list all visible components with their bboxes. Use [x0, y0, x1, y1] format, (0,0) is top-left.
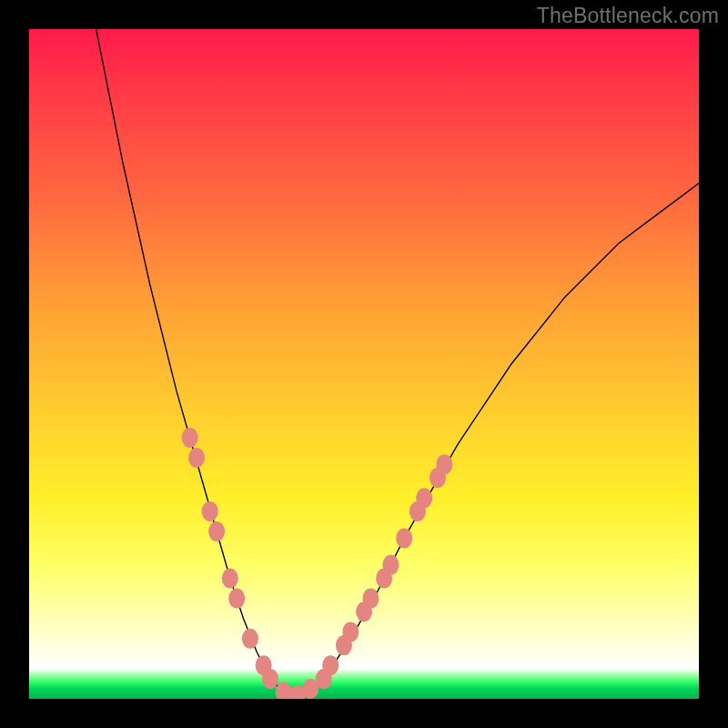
curve-dot: [382, 555, 399, 575]
curve-dot: [322, 655, 339, 675]
curve-dot: [208, 521, 225, 541]
curve-dot: [182, 428, 198, 448]
curve-dot: [262, 669, 278, 689]
plot-area: [29, 29, 699, 699]
curve-dot: [362, 589, 379, 609]
curve-dot: [436, 454, 452, 474]
curve-dot: [396, 528, 412, 548]
chart-frame: TheBottleneck.com: [0, 0, 728, 728]
curve-dot: [188, 448, 205, 468]
watermark-text: TheBottleneck.com: [537, 4, 719, 28]
curve-dot: [416, 488, 432, 508]
curve-dots: [182, 428, 453, 699]
curve-dot: [228, 589, 245, 609]
curve-dot: [242, 629, 258, 649]
curve-dot: [222, 569, 238, 589]
curve-dot: [342, 622, 359, 642]
curve-layer: [29, 29, 699, 699]
bottleneck-curve: [96, 29, 699, 695]
curve-dot: [202, 501, 218, 521]
